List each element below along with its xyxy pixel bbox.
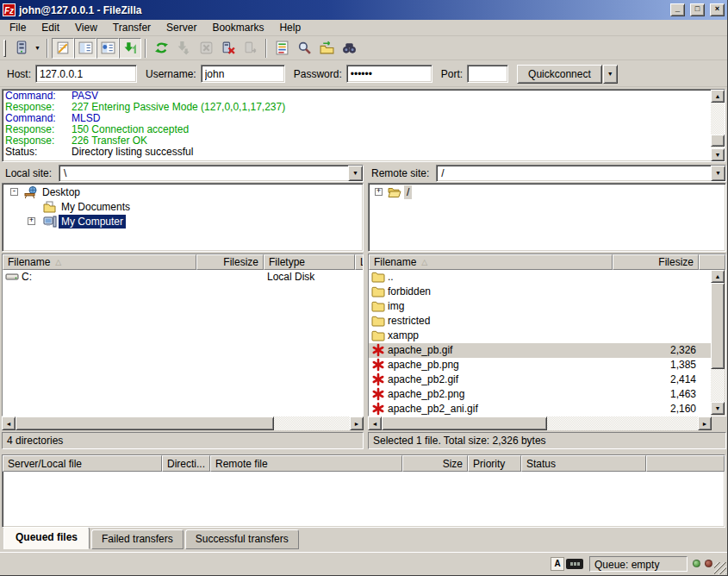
menu-transfer[interactable]: Transfer [105,20,159,35]
column-filesize[interactable]: Filesize [613,254,699,270]
column-direction[interactable]: Directi... [162,455,210,472]
scroll-thumb[interactable] [711,135,725,147]
site-manager-dropdown[interactable]: ▼ [32,38,43,59]
quickconnect-button[interactable]: Quickconnect [517,65,602,84]
queue-body[interactable] [3,472,724,526]
tab-failed-transfers[interactable]: Failed transfers [91,529,184,549]
local-file-list[interactable]: Filename△ Filesize Filetype L C: Local D… [2,254,364,416]
scroll-up-button[interactable]: ▲ [711,270,725,283]
expand-icon[interactable]: + [28,217,35,225]
tree-item-label[interactable]: / [404,185,412,199]
scroll-down-button[interactable]: ▼ [711,402,725,415]
tab-successful-transfers[interactable]: Successful transfers [185,529,299,549]
column-remote-file[interactable]: Remote file [210,455,402,472]
process-queue-button[interactable] [172,38,195,59]
column-server-local-file[interactable]: Server/Local file [3,455,162,472]
title-bar[interactable]: Fz john@127.0.0.1 - FileZilla _ □ × [0,0,727,20]
username-input[interactable] [201,65,285,83]
combo-dropdown-icon[interactable]: ▼ [348,166,363,181]
datatype-icon[interactable]: A [551,557,564,571]
local-list-body[interactable]: C: Local Disk [3,270,363,416]
resize-grip[interactable] [714,562,726,574]
toggle-transfer-queue-button[interactable] [119,38,141,59]
port-input[interactable] [467,65,508,83]
toggle-message-log-button[interactable] [52,38,74,59]
remote-file-row[interactable]: img [369,299,711,314]
synchronized-browsing-button[interactable] [338,38,360,59]
scroll-thumb[interactable] [711,283,725,369]
local-file-row[interactable]: C: Local Disk [3,270,363,285]
scroll-down-button[interactable]: ▼ [711,148,725,161]
reconnect-button[interactable] [240,38,262,59]
tree-item-my-computer[interactable]: + My Computer [3,215,363,229]
remote-file-row[interactable]: apache_pb2.gif 2,414 [369,373,711,387]
maximize-button[interactable]: □ [690,3,705,16]
menu-server[interactable]: Server [159,20,204,35]
local-site-value[interactable]: \ [59,166,348,181]
tree-item-label[interactable]: My Computer [59,215,126,229]
remote-file-row[interactable]: apache_pb2_ani.gif 2,160 [369,402,711,416]
column-size[interactable]: Size [402,455,468,472]
column-filename[interactable]: Filename△ [3,254,196,270]
scroll-up-button[interactable]: ▲ [711,90,725,103]
minimize-button[interactable]: _ [670,3,685,16]
tab-queued-files[interactable]: Queued files [3,527,90,549]
column-filesize[interactable]: Filesize [196,254,264,270]
disconnect-button[interactable] [217,38,240,59]
remote-file-list[interactable]: Filename△ Filesize .. forbidden img [368,254,726,416]
host-input[interactable] [35,65,137,83]
scroll-right-button[interactable]: ► [698,416,712,430]
transfer-queue[interactable]: Server/Local file Directi... Remote file… [2,454,725,528]
remote-file-row[interactable]: apache_pb2.png 1,463 [369,387,711,402]
remote-list-body[interactable]: .. forbidden img restricted xampp [369,270,711,416]
local-site-combo[interactable]: \ ▼ [59,165,364,182]
remote-file-row[interactable]: restricted [369,314,711,329]
remote-site-value[interactable]: / [437,166,711,181]
scroll-right-button[interactable]: ► [350,416,364,430]
collapse-icon[interactable]: - [10,188,18,196]
scroll-left-button[interactable]: ◄ [368,416,382,430]
expand-icon[interactable]: + [375,188,383,196]
column-priority[interactable]: Priority [468,455,521,472]
combo-dropdown-icon[interactable]: ▼ [711,166,725,181]
menu-view[interactable]: View [67,20,105,35]
close-button[interactable]: × [710,3,725,16]
local-tree[interactable]: - Desktop My Documents + My Computer [2,183,364,252]
local-h-scrollbar[interactable]: ◄ ► [2,416,364,430]
tree-item-my-documents[interactable]: My Documents [3,200,363,215]
menu-help[interactable]: Help [271,20,308,35]
scroll-thumb[interactable] [382,416,547,430]
tree-item-desktop[interactable]: - Desktop [3,185,363,200]
directory-comparison-button[interactable] [315,38,338,59]
site-manager-button[interactable] [9,38,32,59]
toolbar-grip[interactable] [3,40,6,57]
log-scrollbar[interactable]: ▲ ▼ [711,90,725,161]
toggle-local-tree-button[interactable] [74,38,96,59]
column-last-modified[interactable]: L [355,254,364,270]
scroll-left-button[interactable]: ◄ [2,416,16,430]
cancel-operation-button[interactable] [195,38,217,59]
remote-site-combo[interactable]: / ▼ [436,165,726,182]
tree-item-label[interactable]: My Documents [59,200,133,214]
file-search-button[interactable] [293,38,315,59]
menu-edit[interactable]: Edit [34,20,67,35]
toggle-remote-tree-button[interactable] [96,38,119,59]
quickconnect-dropdown[interactable]: ▼ [603,65,618,84]
menu-bookmarks[interactable]: Bookmarks [204,20,271,35]
column-filetype[interactable]: Filetype [264,254,355,270]
tree-item-label[interactable]: Desktop [40,185,83,199]
remote-file-row[interactable]: apache_pb.png 1,385 [369,358,711,373]
scroll-thumb[interactable] [16,416,274,430]
remote-file-row[interactable]: .. [369,270,711,285]
tree-item-root[interactable]: + / [369,185,725,200]
menu-file[interactable]: File [2,20,34,35]
column-status[interactable]: Status [521,455,646,472]
column-filename[interactable]: Filename△ [369,254,613,270]
speed-limits-icon[interactable] [566,559,583,569]
refresh-button[interactable] [150,38,172,59]
remote-tree[interactable]: + / [368,183,726,252]
remote-file-row-selected[interactable]: apache_pb.gif 2,326 [369,343,711,358]
remote-h-scrollbar[interactable]: ◄ ► [368,416,712,430]
remote-file-row[interactable]: xampp [369,329,711,343]
password-input[interactable] [346,65,432,83]
